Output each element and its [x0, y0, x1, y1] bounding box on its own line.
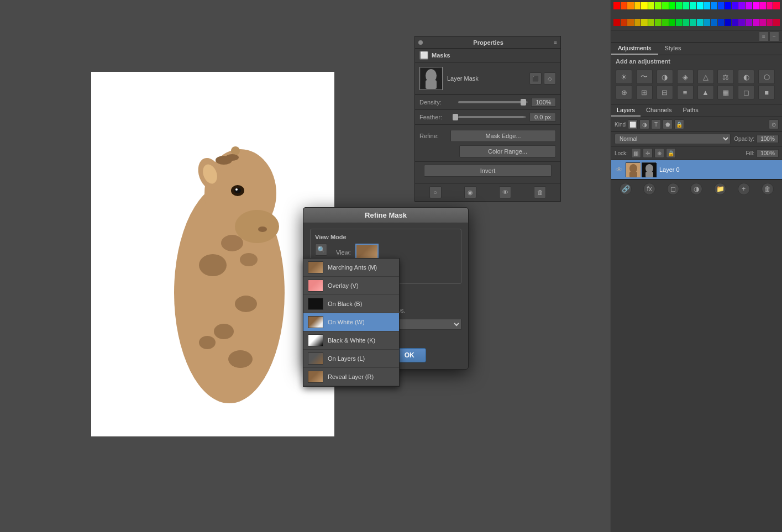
color-swatch[interactable] [711, 19, 717, 26]
tab-channels[interactable]: Channels [641, 104, 677, 117]
color-swatch[interactable] [767, 2, 773, 9]
layers-footer-mask[interactable]: ◻ [667, 183, 679, 195]
color-swatch[interactable] [655, 19, 662, 26]
feather-slider[interactable] [458, 116, 526, 118]
adj-icon-colorbalance[interactable]: ⚖ [717, 70, 734, 84]
color-swatch[interactable] [753, 2, 759, 9]
tab-adjustments[interactable]: Adjustments [611, 43, 658, 55]
adj-icon-curves[interactable]: 〜 [636, 70, 653, 84]
color-swatch[interactable] [669, 19, 676, 26]
prop-footer-btn-1[interactable]: ○ [429, 186, 442, 198]
layers-footer-adjustment[interactable]: ◑ [690, 183, 702, 195]
dropdown-item-onwhite[interactable]: On White (W) [303, 313, 399, 331]
color-swatch[interactable] [697, 2, 704, 9]
color-swatch[interactable] [738, 2, 745, 9]
panel-menu-btn[interactable]: ≡ [759, 32, 768, 41]
panel-close-btn[interactable] [418, 40, 423, 45]
dropdown-item-overlay[interactable]: Overlay (V) [303, 277, 399, 295]
color-swatch[interactable] [773, 2, 780, 9]
layers-footer-group[interactable]: 📁 [714, 183, 726, 195]
color-swatch[interactable] [704, 2, 711, 9]
color-swatch[interactable] [627, 19, 634, 26]
adj-icon-invert[interactable]: ⊟ [657, 85, 673, 99]
adj-icon-threshold[interactable]: ▲ [697, 85, 714, 99]
color-swatch[interactable] [669, 2, 676, 9]
color-swatch[interactable] [746, 2, 752, 9]
layers-footer-fx[interactable]: fx [643, 183, 655, 195]
mode-dropdown[interactable]: Normal [615, 134, 731, 144]
color-swatch[interactable] [690, 2, 696, 9]
color-swatch[interactable] [725, 2, 731, 9]
dropdown-item-bw[interactable]: Black & White (K) [303, 331, 399, 350]
color-swatch[interactable] [725, 19, 731, 26]
adj-icon-brightness[interactable]: ☀ [616, 70, 632, 84]
invert-btn[interactable]: Invert [424, 165, 552, 177]
lock-icon-artboard[interactable]: ⊕ [654, 148, 664, 158]
adj-icon-colorlookup[interactable]: ⊞ [636, 85, 653, 99]
opacity-value[interactable]: 100% [757, 135, 779, 143]
color-swatch[interactable] [718, 2, 725, 9]
color-swatch[interactable] [662, 2, 669, 9]
color-swatch[interactable] [704, 19, 711, 26]
color-swatch[interactable] [773, 19, 780, 26]
filter-icon-pixel[interactable]: ⬜ [628, 119, 638, 129]
color-swatch[interactable] [634, 19, 641, 26]
color-swatch[interactable] [732, 2, 738, 9]
lock-icon-checkerboard[interactable]: ▦ [631, 148, 641, 158]
tab-paths[interactable]: Paths [678, 104, 704, 117]
color-swatch[interactable] [662, 19, 669, 26]
lock-icon-move[interactable]: ✛ [643, 148, 653, 158]
color-swatch[interactable] [759, 2, 766, 9]
layers-footer-link[interactable]: 🔗 [620, 183, 632, 195]
color-swatch[interactable] [627, 2, 634, 9]
dropdown-item-reveal[interactable]: Reveal Layer (R) [303, 368, 399, 386]
fill-value[interactable]: 100% [757, 149, 779, 157]
adj-icon-gradient[interactable]: ▦ [717, 85, 734, 99]
dropdown-item-onlayers[interactable]: On Layers (L) [303, 350, 399, 368]
adj-icon-photofilter[interactable]: ⬡ [758, 70, 775, 84]
density-slider[interactable] [458, 101, 528, 103]
color-swatch[interactable] [621, 19, 627, 26]
color-swatch[interactable] [621, 2, 627, 9]
color-swatch[interactable] [753, 19, 759, 26]
mask-edge-btn[interactable]: Mask Edge... [450, 130, 556, 142]
filter-icon-type[interactable]: T [651, 119, 661, 129]
color-swatch[interactable] [718, 19, 725, 26]
color-swatch[interactable] [746, 19, 752, 26]
filter-icon-adjust[interactable]: ◑ [639, 119, 649, 129]
color-swatch[interactable] [676, 19, 683, 26]
layers-footer-delete[interactable]: 🗑 [762, 183, 774, 195]
adj-icon-bw[interactable]: ◐ [738, 70, 754, 84]
color-swatch[interactable] [759, 19, 766, 26]
color-swatch[interactable] [697, 19, 704, 26]
color-swatch[interactable] [613, 19, 620, 26]
dropdown-item-marching[interactable]: Marching Ants (M) [303, 259, 399, 277]
color-swatch[interactable] [613, 2, 620, 9]
color-swatch[interactable] [648, 2, 655, 9]
prop-footer-btn-3[interactable]: 👁 [499, 186, 511, 198]
color-swatch[interactable] [690, 19, 696, 26]
adj-icon-selectivecolor[interactable]: ◻ [738, 85, 754, 99]
adj-icon-exposure[interactable]: ◑ [657, 70, 673, 84]
feather-value[interactable]: 0.0 px [529, 113, 556, 122]
density-value[interactable]: 100% [531, 98, 556, 107]
adj-icon-solid[interactable]: ■ [758, 85, 775, 99]
color-swatch[interactable] [641, 2, 648, 9]
color-swatch[interactable] [683, 2, 690, 9]
tab-layers[interactable]: Layers [611, 104, 641, 117]
collapse-icon[interactable]: ≡ [554, 39, 557, 45]
color-swatch[interactable] [738, 19, 745, 26]
prop-footer-btn-2[interactable]: ◉ [464, 186, 476, 198]
color-range-btn[interactable]: Color Range... [459, 145, 556, 157]
adj-icon-hsl[interactable]: △ [697, 70, 714, 84]
layer-mask-thumb[interactable] [419, 67, 443, 90]
tab-styles[interactable]: Styles [658, 43, 688, 55]
zoom-tool-icon[interactable]: 🔍 [315, 244, 327, 256]
lock-icon-all[interactable]: 🔒 [666, 148, 676, 158]
color-swatch[interactable] [683, 19, 690, 26]
panel-collapse-btn[interactable]: − [770, 32, 779, 41]
layers-footer-new[interactable]: + [738, 183, 750, 195]
adj-icon-posterize[interactable]: ≡ [677, 85, 694, 99]
adj-icon-channelmixer[interactable]: ⊕ [616, 85, 632, 99]
layer-row-0[interactable]: 👁 Layer 0 [611, 160, 782, 180]
